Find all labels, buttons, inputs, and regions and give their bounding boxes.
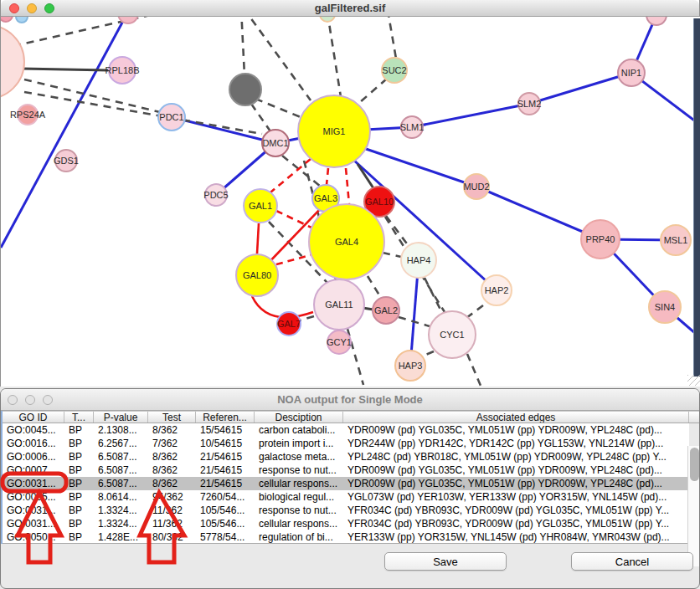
table-cell: GO:0031... [3, 517, 64, 530]
node-MSL1[interactable]: MSL1 [660, 224, 692, 256]
edge-dash [255, 99, 301, 117]
node-GDS1[interactable]: GDS1 [54, 149, 78, 172]
node-SLM2[interactable]: SLM2 [517, 92, 541, 115]
node-NIP1[interactable]: NIP1 [617, 59, 646, 87]
table-cell: 1.3324... [94, 517, 148, 530]
close-button[interactable] [8, 395, 18, 405]
close-button[interactable] [9, 3, 19, 13]
column-header-referen[interactable]: Referen... [196, 412, 255, 423]
table-row[interactable]: GO:0065...BP8.0614...94/3627260/54...bio… [3, 490, 689, 504]
network-titlebar[interactable]: galFiltered.sif [1, 0, 699, 17]
node-MUD2[interactable]: MUD2 [463, 173, 490, 200]
node-GAL80[interactable]: GAL80 [235, 254, 279, 297]
node-PDC1[interactable]: PDC1 [157, 103, 186, 131]
table-cell: YDR244W (pp) YDR142C, YDR142C (pp) YGL15… [343, 437, 689, 450]
network-canvas[interactable]: RPL18BRPS24AGDS1PDC1DMC1MIG1SUC2SLM1SLM2… [1, 17, 700, 387]
table-row[interactable]: GO:0031...BP6.5087...8/36221/54615cellul… [3, 477, 689, 490]
node-RPL18B[interactable]: RPL18B [108, 56, 136, 85]
node-GAL4[interactable]: GAL4 [308, 203, 385, 280]
table-cell: BP [64, 530, 94, 544]
table-header: GO IDT...P-valueTestReferen...Desciption… [3, 411, 700, 423]
table-cell: YPL248C (pd) YBR018C, YML051W (pp) YDR00… [343, 450, 689, 464]
column-header-test[interactable]: Test [148, 412, 196, 423]
table-cell: BP [64, 437, 94, 450]
node-label: PDC1 [159, 112, 183, 122]
scrollbar-thumb[interactable] [690, 448, 699, 481]
table-cell: YGL073W (pd) YER103W, YER133W (pp) YOR31… [343, 490, 689, 504]
node-label: SLM2 [517, 99, 542, 109]
node-MIG1[interactable]: MIG1 [297, 95, 371, 168]
node-GAL11[interactable]: GAL11 [313, 279, 365, 330]
table-cell: galactose meta... [255, 450, 343, 464]
node-GAL2[interactable]: GAL2 [372, 296, 400, 325]
node-HAP2[interactable]: HAP2 [481, 274, 512, 306]
node-PRP40[interactable]: PRP40 [580, 219, 620, 259]
table-cell: GO:0031... [3, 477, 64, 490]
table-cell: GO:0031... [3, 504, 64, 517]
node-HAP4[interactable]: HAP4 [400, 242, 437, 279]
column-header-goid[interactable]: GO ID [3, 412, 64, 423]
edge-dash [388, 17, 396, 59]
node-GCY1[interactable]: GCY1 [327, 330, 352, 355]
window-title: NOA output for Single Mode [277, 393, 423, 406]
node-label: HAP2 [485, 285, 509, 295]
table-cell: 8/362 [148, 477, 196, 490]
node-gray-node[interactable] [229, 73, 262, 106]
node-SLM1[interactable]: SLM1 [400, 115, 424, 139]
table-row[interactable]: GO:0031...BP1.3324...11/362105/546...cel… [3, 517, 689, 530]
table-row[interactable]: GO:0007...BP6.5087...8/36221/54615respon… [3, 464, 689, 477]
edge-dash [368, 276, 381, 298]
table-row[interactable]: GO:0006...BP6.5087...8/36221/54615galact… [3, 450, 689, 464]
table-cell: 15/54615 [196, 423, 255, 437]
node-label: GAL80 [243, 270, 271, 280]
minimize-button[interactable] [27, 3, 37, 13]
background-window-edge [693, 18, 700, 376]
node-GAL7[interactable]: GAL7 [276, 311, 301, 336]
node-label: HAP3 [399, 361, 423, 371]
resize-grip-icon[interactable] [687, 375, 700, 386]
node-label: GAL4 [335, 237, 358, 247]
node-DMC1[interactable]: DMC1 [261, 129, 290, 157]
edge-dash [241, 17, 244, 75]
node-CYC1[interactable]: CYC1 [428, 310, 476, 359]
table-row[interactable]: GO:0031...BP1.3324...11/362105/546...res… [3, 504, 689, 517]
edge-red [257, 223, 259, 254]
noa-titlebar[interactable]: NOA output for Single Mode [1, 389, 699, 411]
edge-dash [386, 216, 409, 246]
node-SUC2[interactable]: SUC2 [381, 57, 408, 84]
table-cell: YDR009W (pd) YGL035C, YML051W (pp) YDR00… [343, 477, 689, 490]
node-PDC5[interactable]: PDC5 [204, 183, 228, 207]
edge-dash [327, 17, 341, 97]
node-SIN4[interactable]: SIN4 [648, 290, 682, 324]
node-RPS24A[interactable]: RPS24A [17, 104, 39, 125]
table-cell: BP [64, 517, 94, 530]
table-row[interactable]: GO:0050...BP1.428E...80/3625778/54...reg… [3, 530, 689, 544]
minimize-button[interactable] [25, 395, 35, 405]
table-cell: cellular respons... [255, 477, 343, 490]
column-header-associatededges[interactable]: Associated edges [343, 412, 689, 423]
table-row[interactable]: GO:0016...BP6.2567...7/36210/54615protei… [3, 437, 689, 450]
table-cell: BP [64, 423, 94, 437]
edge-reddash [346, 168, 349, 204]
node-label: NIP1 [621, 68, 641, 78]
edge-blue [412, 104, 529, 127]
column-header-pvalue[interactable]: P-value [94, 412, 148, 423]
column-header-desciption[interactable]: Desciption [255, 412, 343, 423]
node-GAL1[interactable]: GAL1 [243, 188, 278, 223]
zoom-button[interactable] [43, 395, 53, 405]
cancel-button[interactable]: Cancel [571, 552, 693, 571]
table-cell: 8.0614... [94, 490, 148, 504]
table-cell: 5778/54... [196, 530, 255, 544]
node-label: PDC5 [203, 190, 228, 200]
noa-output-window: NOA output for Single Mode GO IDT...P-va… [0, 388, 700, 589]
table-cell: BP [64, 477, 94, 490]
vertical-scrollbar[interactable] [687, 446, 700, 566]
node-HAP3[interactable]: HAP3 [394, 350, 426, 382]
results-table: GO IDT...P-valueTestReferen...Desciption… [1, 411, 700, 544]
zoom-button[interactable] [44, 3, 54, 13]
table-cell: YDR009W (pd) YGL035C, YML051W (pp) YDR00… [343, 464, 689, 477]
table-cell: 8/362 [148, 450, 196, 464]
save-button[interactable]: Save [384, 552, 507, 571]
column-header-t[interactable]: T... [64, 412, 94, 423]
table-row[interactable]: GO:0045...BP2.1308...8/36215/54615carbon… [3, 423, 689, 437]
